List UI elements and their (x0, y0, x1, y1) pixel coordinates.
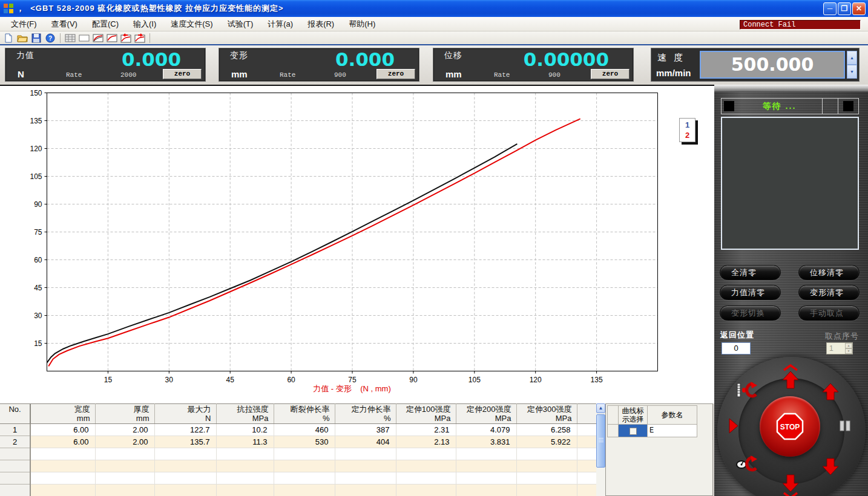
curve-row-selector[interactable] (608, 425, 619, 437)
blank-report-icon[interactable] (78, 33, 90, 44)
menu-item-8[interactable]: 帮助(H) (341, 18, 383, 30)
speed-spin-up-icon[interactable]: ▲ (847, 51, 857, 65)
fast-up-button[interactable] (781, 364, 800, 390)
value-cell (216, 460, 274, 472)
close-button[interactable]: ✕ (852, 2, 866, 15)
value-cell (30, 472, 95, 485)
row-number-cell (0, 485, 30, 496)
force-meter: 力值 0.000 N Rate 2000 zero (5, 48, 206, 82)
restore-button[interactable]: ❐ (838, 2, 851, 15)
scrollbar-thumb[interactable] (596, 414, 605, 468)
table-row[interactable] (0, 448, 596, 460)
menu-item-7[interactable]: 报表(R) (300, 18, 341, 30)
up-button[interactable] (822, 383, 839, 401)
results-area: No.宽度mm厚度mm最大力N抗拉强度MPa断裂伸长率%定力伸长率%定伸100强… (0, 403, 605, 496)
point-index-spinner[interactable]: ▲▼ (845, 343, 852, 354)
data-table-icon[interactable] (64, 33, 76, 44)
value-cell (30, 460, 95, 472)
table-row[interactable]: 26.002.00135.711.35304042.133.8315.922 (0, 436, 596, 448)
value-cell: 10.2 (216, 424, 274, 436)
svg-text:90: 90 (34, 200, 42, 209)
scroll-up-icon[interactable]: ▲ (596, 403, 605, 413)
value-cell (516, 448, 577, 460)
menu-item-0[interactable]: 文件(F) (4, 18, 44, 30)
column-header-0: No. (0, 404, 30, 424)
menu-item-3[interactable]: 输入(I) (126, 18, 163, 30)
table-row[interactable] (0, 472, 596, 485)
clear-displacement-button[interactable]: 位移清零 (798, 265, 860, 280)
table-row[interactable] (0, 485, 596, 496)
column-header-5: 断裂伸长率% (274, 404, 335, 424)
curve-select-header: 曲线标示选择 (619, 406, 648, 425)
menu-item-6[interactable]: 计算(a) (260, 18, 300, 30)
value-cell (456, 448, 516, 460)
value-cell (95, 448, 154, 460)
speed-spin-down-icon[interactable]: ▼ (847, 65, 857, 79)
value-cell (274, 448, 335, 460)
help-icon[interactable]: ? (44, 33, 56, 44)
displacement-meter: 位移 0.00000 mm Rate 900 zero (433, 48, 634, 82)
status-divider (822, 99, 838, 114)
svg-text:?: ? (48, 35, 52, 42)
displacement-meter-value: 0.00000 (524, 48, 609, 70)
clear-deform-button[interactable]: 变形清零 (798, 285, 860, 300)
curve-export-icon[interactable] (134, 33, 146, 44)
curve-show-cell[interactable] (619, 425, 648, 437)
results-table: No.宽度mm厚度mm最大力N抗拉强度MPa断裂伸长率%定力伸长率%定伸100强… (0, 403, 597, 496)
column-header-6: 定力伸长率% (335, 404, 396, 424)
menu-item-4[interactable]: 速度文件(S) (163, 18, 220, 30)
minimize-button[interactable]: ─ (823, 2, 837, 15)
svg-text:45: 45 (34, 284, 42, 292)
deform-jog-icon[interactable] (736, 382, 758, 400)
force-zero-button[interactable]: zero (163, 69, 202, 79)
menu-item-2[interactable]: 配置(C) (85, 18, 126, 30)
results-scrollbar[interactable]: ▲ (596, 403, 605, 496)
svg-text:75: 75 (348, 376, 357, 384)
clear-force-button[interactable]: 力值清零 (720, 285, 781, 300)
pause-indicator[interactable] (839, 420, 852, 431)
value-cell (154, 460, 216, 472)
stop-button[interactable]: STOP (760, 396, 820, 457)
menu-item-5[interactable]: 试验(T) (220, 18, 261, 30)
fast-down-button[interactable] (781, 474, 800, 496)
displacement-zero-button[interactable]: zero (591, 69, 630, 79)
svg-text:120: 120 (530, 376, 542, 384)
force-deformation-chart: 1530456075901051201351530456075901051201… (0, 86, 715, 405)
clear-all-button[interactable]: 全清零 (720, 265, 781, 280)
curve-light-icon[interactable] (106, 33, 118, 44)
param-name-cell[interactable]: E (648, 425, 697, 437)
legend-item-1: 1 (680, 120, 695, 130)
title-bar: ， <GBT 528-2009 硫化橡胶或热塑性橡胶 拉伸应力应变性能的测定> … (0, 0, 868, 17)
curve-show-checkbox[interactable] (630, 428, 637, 435)
save-file-icon[interactable] (30, 33, 42, 44)
curve-import-icon[interactable] (120, 33, 132, 44)
deform-switch-button[interactable]: 变形切换 (720, 305, 781, 321)
open-file-icon[interactable] (16, 33, 28, 44)
table-row[interactable]: 16.002.00122.710.24603872.314.0796.258 (0, 424, 596, 436)
force-meter-label: 力值 (16, 50, 35, 61)
speed-spinner[interactable]: ▲ ▼ (847, 51, 857, 79)
jog-run-button[interactable] (729, 418, 738, 434)
curve-dark-icon[interactable] (92, 33, 104, 44)
deform-zero-button[interactable]: zero (376, 69, 415, 79)
new-file-icon[interactable] (2, 33, 15, 44)
value-cell (456, 460, 516, 472)
point-spin-down-icon[interactable]: ▼ (845, 348, 852, 354)
toolbar-separator (150, 33, 150, 43)
return-position-input[interactable]: 0 (722, 342, 751, 354)
down-button[interactable] (822, 457, 839, 475)
svg-text:15: 15 (34, 339, 42, 348)
manual-point-button[interactable]: 手动取点 (798, 305, 860, 321)
point-spin-up-icon[interactable]: ▲ (845, 343, 852, 348)
table-row[interactable] (0, 460, 596, 472)
app-icon (4, 4, 13, 13)
toolbar: ? (0, 31, 868, 45)
speed-jog-icon[interactable] (736, 455, 758, 474)
menu-item-1[interactable]: 查看(V) (44, 18, 85, 30)
svg-text:75: 75 (34, 228, 42, 237)
svg-text:150: 150 (30, 89, 42, 97)
displacement-meter-unit: mm (446, 69, 462, 79)
speed-input[interactable]: 500.000 (700, 51, 845, 79)
value-cell (95, 460, 154, 472)
value-cell (335, 448, 396, 460)
